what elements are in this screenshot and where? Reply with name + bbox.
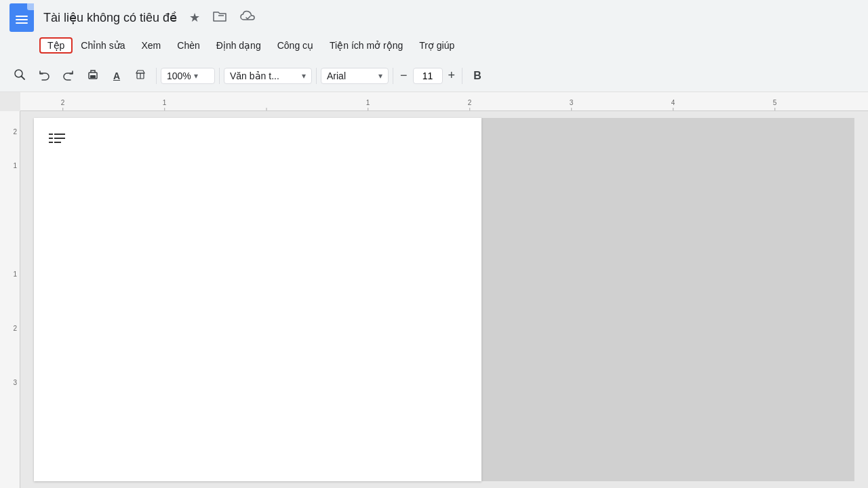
svg-rect-10 bbox=[49, 142, 53, 143]
doc-icon-line bbox=[16, 19, 28, 20]
divider-3 bbox=[316, 68, 317, 84]
divider-5 bbox=[462, 68, 462, 84]
menu-item-tep[interactable]: Tệp bbox=[39, 37, 73, 54]
font-chevron: ▾ bbox=[378, 71, 382, 81]
star-icon: ★ bbox=[189, 10, 200, 25]
ruler-tick-2b: 2 bbox=[468, 100, 472, 110]
print-icon bbox=[87, 68, 99, 83]
outline-icon bbox=[47, 131, 66, 150]
doc-icon-lines bbox=[16, 16, 28, 24]
menu-bar: Tệp Chỉnh sửa Xem Chèn Định dạng Công cụ… bbox=[0, 35, 868, 60]
font-select[interactable]: Arial ▾ bbox=[321, 68, 389, 84]
svg-rect-8 bbox=[49, 138, 53, 139]
bold-button[interactable]: B bbox=[467, 66, 488, 86]
font-size-controls: − 11 + bbox=[397, 67, 458, 84]
spell-icon: A bbox=[113, 70, 120, 81]
ruler-tick-1a: 1 bbox=[163, 100, 167, 110]
left-tick-3: 3 bbox=[13, 379, 17, 386]
redo-button[interactable] bbox=[57, 64, 80, 87]
spell-button[interactable]: A bbox=[106, 66, 127, 85]
ruler-main: 2 1 1 2 3 4 5 bbox=[20, 92, 868, 111]
folder-icon bbox=[212, 10, 227, 26]
divider-4 bbox=[393, 68, 393, 84]
style-chevron: ▾ bbox=[302, 71, 306, 81]
divider-2 bbox=[219, 68, 220, 84]
menu-item-chen[interactable]: Chèn bbox=[169, 37, 208, 54]
divider-1 bbox=[156, 68, 157, 84]
style-label: Văn bản t... bbox=[230, 70, 299, 81]
ruler-tick-2: 2 bbox=[61, 100, 65, 110]
ruler-tick-0 bbox=[266, 106, 267, 110]
ruler-tick-5: 5 bbox=[773, 100, 777, 110]
ruler-container: 2 1 1 2 3 4 5 bbox=[0, 92, 868, 111]
menu-item-chinh-sua[interactable]: Chỉnh sửa bbox=[73, 37, 133, 54]
paint-icon bbox=[134, 68, 146, 83]
content-area: 2 1 1 2 3 bbox=[0, 111, 868, 488]
toolbar: A 100% ▾ Văn bản t... ▾ Arial ▾ − 11 + B bbox=[0, 60, 868, 92]
ruler-ticks: 2 1 1 2 3 4 5 bbox=[20, 92, 868, 110]
menu-item-dinh-dang[interactable]: Định dạng bbox=[208, 37, 269, 54]
svg-line-1 bbox=[22, 76, 25, 79]
svg-rect-3 bbox=[90, 75, 96, 78]
svg-rect-7 bbox=[54, 134, 65, 135]
print-button[interactable] bbox=[81, 64, 104, 87]
style-select[interactable]: Văn bản t... ▾ bbox=[224, 68, 312, 84]
left-ruler: 2 1 1 2 3 bbox=[0, 111, 20, 488]
menu-item-xem[interactable]: Xem bbox=[134, 37, 170, 54]
doc-area bbox=[20, 111, 868, 488]
title-actions: ★ bbox=[188, 9, 258, 27]
cloud-icon bbox=[239, 10, 257, 26]
doc-page-left[interactable] bbox=[34, 118, 481, 481]
svg-rect-11 bbox=[54, 142, 61, 143]
left-tick-1: 1 bbox=[13, 162, 17, 169]
doc-title: Tài liệu không có tiêu đề bbox=[43, 10, 177, 25]
left-tick-1b: 1 bbox=[13, 270, 17, 278]
ruler-tick-3: 3 bbox=[570, 100, 574, 110]
zoom-value: 100% bbox=[167, 70, 191, 81]
title-bar: Tài liệu không có tiêu đề ★ bbox=[0, 0, 868, 35]
doc-page-right bbox=[481, 118, 854, 481]
font-size-box[interactable]: 11 bbox=[413, 68, 443, 84]
doc-icon bbox=[9, 3, 34, 32]
font-label: Arial bbox=[327, 70, 376, 81]
search-button[interactable] bbox=[8, 64, 31, 87]
increase-font-button[interactable]: + bbox=[446, 67, 458, 84]
svg-rect-6 bbox=[49, 134, 53, 135]
menu-item-tien-ich[interactable]: Tiện ích mở rộng bbox=[321, 37, 411, 54]
left-tick-2b: 2 bbox=[13, 325, 17, 332]
decrease-font-button[interactable]: − bbox=[397, 67, 410, 84]
app-icon bbox=[8, 3, 35, 33]
zoom-chevron: ▾ bbox=[194, 71, 198, 81]
svg-rect-9 bbox=[54, 138, 65, 139]
ruler-tick-4: 4 bbox=[671, 100, 675, 110]
paint-button[interactable] bbox=[129, 64, 152, 87]
folder-button[interactable] bbox=[211, 9, 229, 27]
doc-icon-line bbox=[16, 22, 28, 24]
cloud-button[interactable] bbox=[238, 9, 258, 27]
menu-item-tro-giup[interactable]: Trợ giúp bbox=[411, 37, 462, 54]
star-button[interactable]: ★ bbox=[188, 9, 201, 26]
left-tick-2: 2 bbox=[13, 128, 17, 136]
ruler-side-left bbox=[0, 92, 20, 111]
ruler-tick-1b: 1 bbox=[366, 100, 370, 110]
doc-icon-line bbox=[16, 16, 28, 17]
redo-icon bbox=[62, 68, 75, 83]
undo-icon bbox=[38, 68, 50, 83]
undo-button[interactable] bbox=[33, 64, 56, 87]
zoom-select[interactable]: 100% ▾ bbox=[161, 68, 215, 84]
menu-item-cong-cu[interactable]: Công cụ bbox=[269, 37, 321, 54]
search-icon bbox=[14, 68, 26, 83]
